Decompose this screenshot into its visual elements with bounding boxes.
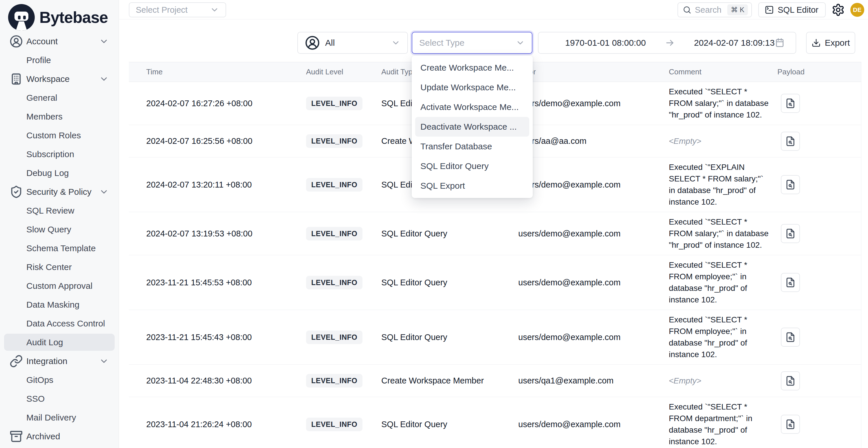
chevron-down-icon [99,36,109,46]
cell-actor: users/demo@example.com [518,99,669,108]
payload-button[interactable] [781,224,800,243]
sidebar-item-label: Schema Template [26,244,96,253]
sidebar-item-profile[interactable]: Profile [0,51,119,69]
sidebar-item-gitops[interactable]: GitOps [0,371,119,389]
sidebar-item-label: Debug Log [26,168,69,178]
sidebar-group-integration[interactable]: Integration [0,352,119,371]
cell-time: 2024-02-07 16:27:26 +08:00 [129,99,306,108]
sidebar-item-label: Risk Center [26,262,72,272]
cell-payload [777,415,861,434]
sidebar-item-members[interactable]: Members [0,107,119,126]
sidebar-item-risk-center[interactable]: Risk Center [0,258,119,277]
cell-audit-type: SQL Editor Query [381,229,518,238]
sidebar-item-data-access-control[interactable]: Data Access Control [0,314,119,333]
project-select-placeholder: Select Project [136,5,188,15]
cell-time: 2023-11-04 22:48:30 +08:00 [129,376,306,385]
sidebar-item-sso[interactable]: SSO [0,389,119,408]
project-select[interactable]: Select Project [129,2,226,18]
sidebar-item-subscription[interactable]: Subscription [0,145,119,163]
sidebar-item-label: Data Access Control [26,319,105,328]
cell-payload [777,175,861,194]
calendar-icon [775,38,785,48]
sidebar-item-custom-approval[interactable]: Custom Approval [0,277,119,295]
export-button[interactable]: Export [806,32,855,54]
audit-level-badge: LEVEL_INFO [306,330,363,344]
sidebar-group-archived[interactable]: Archived [0,427,119,446]
sidebar-item-label: Profile [26,55,51,65]
table-row: 2023-11-21 15:45:43 +08:00LEVEL_INFOSQL … [129,310,861,365]
dropdown-option-sql-export[interactable]: SQL Export [415,176,529,196]
payload-button[interactable] [781,371,800,390]
actor-filter-value: All [325,38,386,48]
date-end: 2024-02-07 18:09:13 [694,38,775,48]
sidebar-item-custom-roles[interactable]: Custom Roles [0,126,119,145]
cell-payload [777,224,861,243]
sidebar-group-workspace[interactable]: Workspace [0,69,119,88]
sidebar-item-general[interactable]: General [0,88,119,107]
actor-filter-select[interactable]: All [297,32,408,54]
sidebar-item-sql-review[interactable]: SQL Review [0,201,119,220]
table-row: 2023-11-21 15:45:53 +08:00LEVEL_INFOSQL … [129,255,861,310]
dropdown-option-transfer-database[interactable]: Transfer Database [415,137,529,156]
file-search-icon [785,136,796,147]
bytebase-mascot-icon [7,3,35,31]
file-search-icon [785,180,796,190]
type-filter-select[interactable]: Select Type [412,32,532,54]
type-filter-placeholder: Select Type [419,38,464,48]
search-placeholder: Search [695,5,724,15]
sql-editor-button[interactable]: SQL Editor [758,2,826,18]
dropdown-option-sql-editor-query[interactable]: SQL Editor Query [415,156,529,176]
payload-button[interactable] [781,415,800,434]
table-row: 2024-02-07 13:19:53 +08:00LEVEL_INFOSQL … [129,212,861,255]
sidebar-item-debug-log[interactable]: Debug Log [0,163,119,182]
sidebar-item-label: Audit Log [26,338,63,347]
payload-button[interactable] [781,132,800,151]
arrow-right-icon [665,38,675,48]
brand-name: Bytebase [39,8,108,27]
gear-icon[interactable] [832,3,845,17]
sidebar-item-data-masking[interactable]: Data Masking [0,295,119,314]
sidebar-item-label: Members [26,112,63,122]
cell-comment: Executed `"SELECT * FROM salary;"` in da… [669,216,777,251]
archive-icon [9,430,23,443]
cell-audit-type: SQL Editor Query [381,332,518,342]
cell-time: 2024-02-07 16:25:56 +08:00 [129,136,306,146]
cell-actor: users/demo@example.com [518,332,669,342]
sidebar-item-mail-delivery[interactable]: Mail Delivery [0,408,119,427]
sidebar-item-label: Custom Roles [26,130,81,140]
bytebase-window: Bytebase AccountProfileWorkspaceGeneralM… [0,0,868,448]
search-box[interactable]: Search ⌘ K [678,2,752,18]
sidebar-item-audit-log[interactable]: Audit Log [0,333,119,352]
payload-button[interactable] [781,273,800,292]
header-cell-comment: Comment [669,67,777,76]
chevron-down-icon [516,38,525,47]
cell-comment: Executed `"SELECT * FROM employee;"` in … [669,259,777,306]
cell-time: 2024-02-07 13:19:53 +08:00 [129,229,306,238]
sidebar-item-schema-template[interactable]: Schema Template [0,239,119,258]
dropdown-option-update-workspace-me[interactable]: Update Workspace Me... [415,77,529,97]
dropdown-option-create-workspace-me[interactable]: Create Workspace Me... [415,58,529,77]
dropdown-option-activate-workspace-me[interactable]: Activate Workspace Me... [415,97,529,117]
sidebar-item-label: Subscription [26,149,74,159]
sidebar-group-label: Workspace [26,74,70,84]
avatar[interactable]: DE [850,3,864,17]
search-icon [683,5,691,14]
cell-actor: users/demo@example.com [518,420,669,429]
cell-audit-level: LEVEL_INFO [306,276,381,289]
payload-button[interactable] [781,94,800,113]
payload-button[interactable] [781,175,800,194]
link-icon [9,354,23,368]
cell-payload [777,132,861,151]
sidebar-group-label: Security & Policy [26,187,92,197]
audit-level-badge: LEVEL_INFO [306,418,363,431]
bytebase-logo[interactable]: Bytebase [7,3,108,31]
sidebar-item-slow-query[interactable]: Slow Query [0,220,119,239]
dropdown-option-deactivate-workspace[interactable]: Deactivate Workspace ... [415,117,529,137]
sidebar-group-security-policy[interactable]: Security & Policy [0,182,119,201]
sidebar-item-label: Data Masking [26,300,79,310]
sidebar-group-account[interactable]: Account [0,32,119,51]
payload-button[interactable] [781,328,800,347]
date-range-picker[interactable]: 1970-01-01 08:00:00 2024-02-07 18:09:13 [538,32,796,54]
sidebar-item-label: General [26,93,57,103]
sidebar-item-label: Mail Delivery [26,413,76,422]
